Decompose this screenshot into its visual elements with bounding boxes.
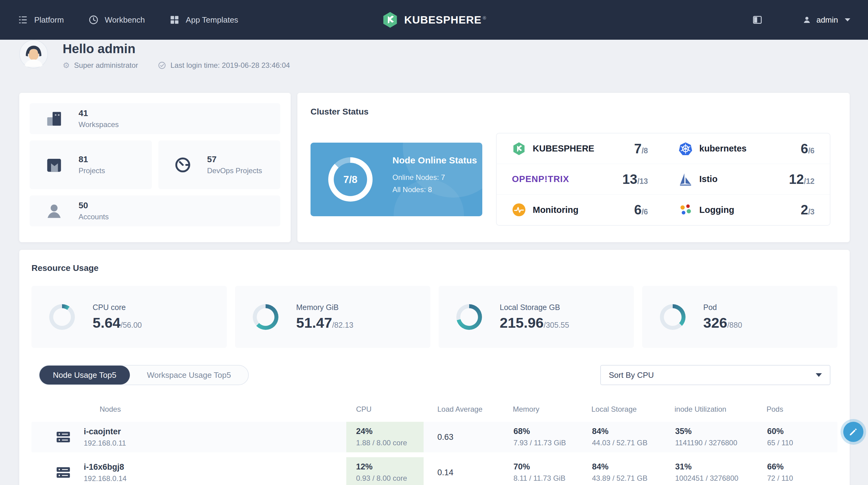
stat-label: Accounts [79,213,109,221]
inode-pct: 31% [675,462,767,472]
memory-detail: 7.93 / 11.73 GiB [514,439,591,447]
stat-tile-devops[interactable]: 57 DevOps Projects [158,140,281,189]
table-row[interactable]: i-16x6bgj8 192.168.0.14 12% 0.93 / 8.00 … [31,457,837,485]
nav-item-workbench[interactable]: Workbench [88,15,145,25]
online-nodes: Online Nodes: 7 [393,171,478,184]
kubesphere-logo-icon [381,11,399,28]
col-inode-utilization: inode Utilization [675,405,767,414]
resource-tile-storage[interactable]: Local Storage GB 215.96/305.55 [439,286,634,348]
openpitrix-logo: OPENP!TRIX [512,174,569,184]
service-monitoring: Monitoring 6/6 [497,195,663,225]
nav-item-platform[interactable]: Platform [18,15,64,25]
node-name[interactable]: i-16x6bgj8 [84,462,127,472]
service-logging: Logging 2/3 [663,195,830,225]
tab-workspace-usage[interactable]: Workspace Usage Top5 [130,365,248,385]
node-online-title: Node Online Status [393,154,478,166]
resource-usage-title: Resource Usage [31,263,837,273]
last-login: Last login time: 2019-06-28 23:46:04 [158,61,290,70]
devops-projects-icon [174,155,194,175]
inode-cell: 35% 1141190 / 3276800 [675,422,767,452]
stat-tile-accounts[interactable]: 50 Accounts [30,195,280,226]
stat-text: 81 Projects [79,155,105,175]
node-text: i-16x6bgj8 192.168.0.14 [84,462,127,483]
stat-label: Workspaces [79,120,119,129]
all-nodes: All Nodes: 8 [393,184,478,196]
inode-cell: 31% 1002451 / 3276800 [675,457,767,485]
kubesphere-brand[interactable]: KUBESPHERE® [381,11,486,28]
service-istio: Istio 12/12 [663,164,830,195]
nav-item-label: App Templates [186,15,238,25]
top-cards-row: 41 Workspaces 81 Projects [19,93,850,242]
avatar [19,40,48,68]
accounts-icon [45,201,65,221]
chevron-down-icon [845,18,850,21]
resource-tile-cpu[interactable]: CPU core 5.64/56.00 [31,286,227,348]
cpu-detail: 0.93 / 8.00 core [356,474,424,483]
memory-detail: 8.11 / 11.73 GiB [514,474,591,483]
service-count: 2/3 [801,202,814,218]
tab-node-usage[interactable]: Node Usage Top5 [39,365,130,385]
workspaces-icon [45,109,65,129]
nav-item-app-templates[interactable]: App Templates [169,15,238,25]
inode-pct: 35% [675,427,767,436]
node-ip: 192.168.0.11 [84,439,126,447]
node-online-info: Node Online Status Online Nodes: 7 All N… [393,154,478,196]
resource-value: 5.64/56.00 [93,314,142,331]
chevron-down-icon [816,373,822,377]
nav-menu: Platform Workbench App Templates [18,15,238,25]
projects-icon [45,155,65,175]
stat-label: Projects [79,166,105,175]
node-name[interactable]: i-caojnter [84,427,126,437]
console-layout-icon[interactable] [752,15,763,25]
memory-pct: 70% [514,462,591,472]
resource-tile-memory[interactable]: Memory GiB 51.47/82.13 [235,286,430,348]
memory-cell: 68% 7.93 / 11.73 GiB [513,422,591,452]
last-login-text: Last login time: 2019-06-28 23:46:04 [170,61,290,70]
edit-fab-button[interactable] [843,422,863,442]
node-usage-table: Nodes CPU Load Average Memory Local Stor… [31,401,837,485]
node-cell: i-caojnter 192.168.0.11 [31,422,346,452]
kubesphere-dashboard: Platform Workbench App Templates KUBESPH… [0,0,868,485]
local-storage-cell: 84% 44.03 / 52.71 GB [591,422,675,452]
stat-value: 57 [207,155,262,164]
kubesphere-logo-icon [512,142,526,156]
storage-detail: 43.89 / 52.71 GB [592,474,675,483]
resource-label: Memory GiB [296,303,353,312]
resource-tile-pod[interactable]: Pod 326/880 [642,286,837,348]
node-online-donut: 7/8 [328,157,373,201]
cluster-services-panel: KUBESPHERE 7/8 kubernetes 6/6 OPENP!TRIX… [496,133,830,226]
storage-detail: 44.03 / 52.71 GB [592,439,675,447]
service-count: 13/13 [622,172,648,187]
pods-pct: 66% [767,462,837,472]
node-ip: 192.168.0.14 [84,474,127,483]
resource-value: 215.96/305.55 [500,314,569,331]
resource-text: CPU core 5.64/56.00 [93,303,142,331]
pod-donut [660,304,685,330]
user-menu[interactable]: admin [802,15,850,25]
col-local-storage: Local Storage [591,405,675,414]
service-kubernetes: kubernetes 6/6 [663,133,830,164]
cpu-cell: 12% 0.93 / 8.00 core [346,457,424,485]
resource-label: Local Storage GB [500,303,569,312]
server-icon [55,464,71,480]
storage-donut [456,304,482,330]
sort-by-cpu-select[interactable]: Sort By CPU [600,365,830,385]
stat-tile-workspaces[interactable]: 41 Workspaces [30,103,280,134]
storage-pct: 84% [592,462,675,472]
stats-card: 41 Workspaces 81 Projects [19,93,291,242]
col-load-average: Load Average [424,405,513,414]
service-count: 6/6 [801,141,814,156]
node-text: i-caojnter 192.168.0.11 [84,427,126,447]
table-row[interactable]: i-caojnter 192.168.0.11 24% 1.88 / 8.00 … [31,422,837,452]
top-nav: Platform Workbench App Templates KUBESPH… [0,0,868,40]
cpu-cell: 24% 1.88 / 8.00 core [346,422,424,452]
greeting-text: Hello admin ⚙ Super administrator Last l… [63,40,290,70]
role-label: Super administrator [74,61,138,70]
storage-pct: 84% [592,427,675,436]
service-name: Istio [699,174,718,184]
sort-by-label: Sort By CPU [609,370,654,380]
stat-tile-projects[interactable]: 81 Projects [30,140,152,189]
check-circle-icon [158,61,166,70]
service-name: Monitoring [533,205,579,215]
stat-value: 81 [79,155,105,164]
